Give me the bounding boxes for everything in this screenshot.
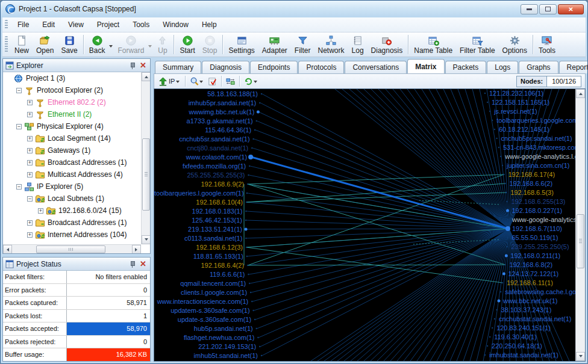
scroll-left-button[interactable] (3, 245, 12, 253)
matrix-node-label[interactable]: imhub5pr.sandai.net(1) (154, 99, 256, 106)
tab-logs[interactable]: Logs (487, 61, 518, 73)
filter-table-button[interactable]: Filter Table (456, 34, 498, 55)
up-button[interactable]: Up (153, 34, 172, 55)
matrix-vscrollbar[interactable] (575, 89, 585, 361)
matrix-node-label[interactable]: www.interactionscience.com(1) (154, 298, 248, 305)
expand-icon[interactable]: + (27, 112, 33, 117)
matrix-node-label[interactable]: cnctj80.sandai.net(1) (154, 144, 248, 152)
node-type-button[interactable]: IP (157, 76, 183, 87)
explorer-vscrollbar[interactable] (141, 72, 150, 244)
matrix-node-label[interactable]: toolbarqueries.l.google.com(1) (154, 190, 243, 197)
log-button[interactable]: Log (348, 34, 367, 55)
back-button[interactable]: Back (86, 34, 109, 55)
scroll-thumb[interactable] (142, 138, 150, 211)
matrix-node-label[interactable]: update-s.360safe.com(1) (154, 316, 251, 323)
matrix-node-label[interactable]: 192.168.6.10(4) (154, 199, 243, 206)
tree-item[interactable]: −Local Subnets (1) (3, 193, 141, 205)
matrix-node-label[interactable]: safebrowsing.cache.l.google.com(1) (505, 288, 586, 295)
matrix-node-label[interactable]: 192.168.0.227(1) (511, 207, 562, 214)
matrix-node-label[interactable]: cnchub5pr.sandai.net(1) (501, 135, 572, 142)
tab-graphs[interactable]: Graphs (519, 61, 558, 73)
start-button[interactable]: Start (176, 34, 198, 55)
expand-icon[interactable]: + (27, 232, 33, 238)
matrix-node-label[interactable]: 122.158.151.165(1) (492, 99, 549, 106)
network-button[interactable]: Network (314, 34, 348, 55)
scroll-thumb[interactable] (577, 214, 584, 268)
tree-item[interactable]: +Local Segment (14) (3, 132, 141, 144)
matrix-node-label[interactable]: cnchub5sr.sandai.net(1) (154, 135, 250, 143)
matrix-node-label[interactable]: 192.168.6.7(110) (512, 225, 562, 232)
tab-packets[interactable]: Packets (445, 61, 487, 73)
matrix-node-label[interactable]: 220.250.64.18(1) (492, 342, 542, 350)
collapse-icon[interactable]: − (16, 88, 22, 93)
tab-summary[interactable]: Summary (155, 61, 201, 73)
tools-button[interactable]: Tools (535, 34, 559, 55)
menu-window[interactable]: Window (156, 19, 195, 31)
matrix-node-label[interactable]: js.revsci.net(1) (494, 108, 537, 115)
minimize-button[interactable] (521, 4, 538, 14)
tree-item[interactable]: −IP Explorer (5) (3, 180, 141, 193)
matrix-node-label[interactable]: c0113.sandai.net(1) (154, 235, 242, 242)
matrix-node-label[interactable]: 192.168.6.4(2) (154, 262, 244, 269)
matrix-node-label[interactable]: fxfeeds.mozilla.org(1) (154, 162, 246, 170)
matrix-node-label[interactable]: www.bbc.net.uk(1) (503, 297, 557, 304)
matrix-node-label[interactable]: updatem-s.360safe.com(1) (154, 307, 250, 314)
matrix-node-label[interactable]: 192.168.6.9(2) (154, 180, 244, 188)
matrix-node-label[interactable]: 192.168.6.11(1) (507, 279, 553, 286)
stop-button[interactable]: Stop (199, 34, 221, 55)
matrix-node-label[interactable]: 119.6.6.6(1) (154, 271, 245, 278)
matrix-node-label[interactable]: 38.103.37.243(1) (501, 306, 552, 313)
name-table-button[interactable]: Name Table (410, 34, 456, 55)
matrix-node-label[interactable]: 115.46.64.36(1) (154, 126, 251, 134)
matrix-view[interactable]: 58.18.163.188(1)imhub5pr.sandai.net(1)ww… (154, 88, 586, 362)
matrix-node-label[interactable]: 119.6.30.40(1) (494, 333, 537, 341)
forward-button[interactable]: Forward (114, 34, 148, 55)
matrix-node-label[interactable]: 192.168.0.211(1) (510, 252, 560, 259)
scroll-right-button[interactable] (132, 245, 141, 253)
matrix-node-label[interactable]: jupiter.sina.com.cn(1) (507, 162, 570, 169)
matrix-node-label[interactable]: 125.46.42.153(1) (154, 217, 242, 224)
matrix-node-label[interactable]: www-google-analytics.l.google.com(1) (512, 216, 586, 223)
matrix-node-label[interactable]: clients.l.google.com(1) (154, 289, 247, 296)
scroll-up-button[interactable] (142, 72, 150, 81)
refresh-button[interactable] (242, 76, 260, 87)
select-conversation-button[interactable] (206, 76, 219, 87)
tree-item[interactable]: +Ethernet II (2) (3, 108, 141, 120)
tree-item[interactable]: +Ethernet 802.2 (2) (3, 96, 141, 108)
find-node-button[interactable] (188, 76, 206, 87)
tab-endpoints[interactable]: Endpoints (250, 61, 298, 73)
new-button[interactable]: New (11, 34, 33, 55)
tab-matrix[interactable]: Matrix (407, 59, 444, 73)
tree-item[interactable]: +Multicast Addresses (4) (3, 168, 141, 180)
tree-item[interactable]: −Physical Explorer (4) (3, 120, 141, 132)
tree-item[interactable]: −Protocol Explorer (2) (3, 84, 141, 96)
tree-item[interactable]: +Broadcast Addresses (1) (3, 156, 141, 168)
close-button[interactable]: ✕ (558, 4, 584, 14)
matrix-node-label[interactable]: toolbarqueries.l.google.com(1) (496, 117, 586, 124)
tab-diagnosis[interactable]: Diagnosis (202, 61, 249, 73)
matrix-node-label[interactable]: 65.55.50.119(1) (511, 234, 558, 241)
matrix-node-label[interactable]: wwwimg.bbc.net.uk(1) (154, 108, 254, 116)
tree-item[interactable]: +Internet Addresses (104) (3, 229, 141, 241)
tab-protocols[interactable]: Protocols (298, 61, 344, 73)
tab-conversations[interactable]: Conversations (345, 61, 407, 73)
tab-reports[interactable]: Reports (559, 61, 588, 73)
matrix-node-label[interactable]: 239.255.255.250(5) (511, 243, 569, 250)
pin-icon[interactable] (128, 260, 137, 268)
forward-dropdown-icon[interactable] (148, 45, 152, 49)
matrix-node-label[interactable]: flashget.newhua.com(1) (154, 334, 254, 341)
project-status-close-icon[interactable]: ✕ (139, 261, 148, 268)
matrix-node-label[interactable]: 121.28.232.106(1) (489, 90, 543, 97)
matrix-node-label[interactable]: 192.168.6.17(4) (508, 171, 555, 178)
matrix-layout-button[interactable] (224, 76, 237, 87)
expand-icon[interactable]: + (27, 100, 33, 105)
matrix-node-label[interactable]: hub5p.sandai.net(1) (154, 325, 253, 332)
expand-icon[interactable]: + (27, 160, 33, 165)
collapse-icon[interactable]: − (16, 184, 22, 190)
scroll-down-button[interactable] (142, 235, 150, 244)
matrix-node-label[interactable]: 118.81.65.193(1) (154, 253, 243, 260)
matrix-node-label[interactable]: imhub5t.sandai.net(1) (154, 352, 258, 359)
matrix-node-label[interactable]: 120.83.240.151(1) (496, 324, 551, 332)
tree-item[interactable]: +192.168.6.0/24 (15) (3, 205, 141, 217)
filter-button[interactable]: Filter (291, 34, 314, 55)
